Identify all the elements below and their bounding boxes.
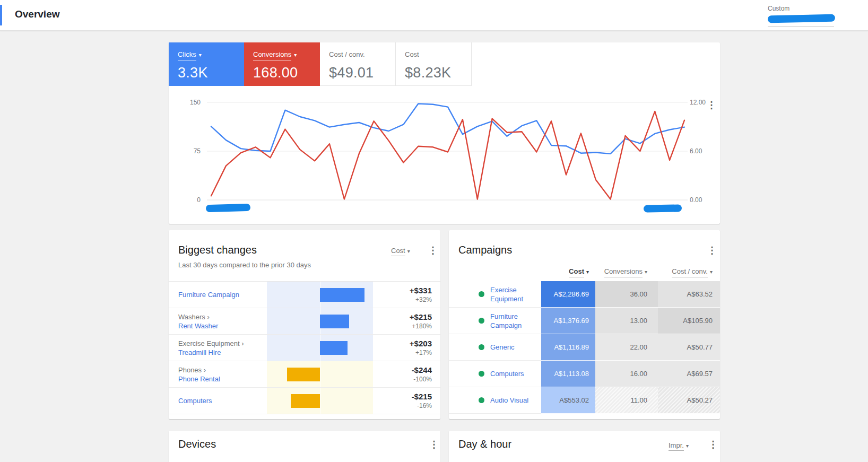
metric-selector[interactable]: Impr.▾ bbox=[669, 441, 689, 449]
change-amount: +$331 bbox=[410, 285, 432, 295]
status-enabled-icon bbox=[479, 344, 484, 350]
scorecard-label: Clicks bbox=[178, 50, 196, 60]
cost-cell: A$1,116.89 bbox=[541, 334, 595, 361]
change-entity: Computers bbox=[169, 388, 266, 414]
entity-link[interactable]: Rent Washer bbox=[178, 321, 266, 330]
scorecard-cost-per-conv[interactable]: Cost / conv. $49.01 bbox=[320, 42, 396, 86]
dropdown-arrow-icon: ▾ bbox=[294, 52, 297, 58]
change-percent: +17% bbox=[415, 348, 432, 357]
scorecard-value: $49.01 bbox=[329, 65, 374, 81]
day-hour-card: Day & hour Impr.▾ ⋮ bbox=[449, 431, 720, 462]
table-row: Phones › Phone Rental -$244 -100% bbox=[169, 361, 440, 388]
devices-card: Devices ⋮ bbox=[169, 431, 440, 462]
biggest-changes-table: Furniture Campaign +$331 +32% Washers › … bbox=[169, 281, 440, 414]
card-title: Day & hour bbox=[458, 438, 511, 450]
change-bar-cell bbox=[266, 308, 374, 334]
table-row: Furniture Campaign +$331 +32% bbox=[169, 282, 440, 308]
campaign-link[interactable]: Computers bbox=[490, 369, 524, 378]
entity-link[interactable]: Furniture Campaign bbox=[178, 290, 266, 299]
overflow-menu-icon[interactable]: ⋮ bbox=[707, 246, 717, 255]
column-header-conversions[interactable]: Conversions▾ bbox=[595, 267, 658, 275]
scorecard-cost[interactable]: Cost $8.23K bbox=[396, 42, 472, 86]
nav-accent-strip bbox=[0, 5, 2, 25]
redacted-end-date-scribble bbox=[644, 204, 682, 212]
overview-page: Overview Custom Clicks▾ 3.3K Conversions… bbox=[0, 0, 868, 462]
cost-per-conv-cell: A$50.77 bbox=[658, 334, 720, 361]
redacted-start-date-scribble bbox=[206, 204, 250, 212]
performance-chart-card: Clicks▾ 3.3K Conversions▾ 168.00 Cost / … bbox=[169, 42, 720, 224]
change-values: +$203 +17% bbox=[374, 335, 440, 361]
dropdown-arrow-icon: ▾ bbox=[645, 269, 647, 275]
table-row: Exercise Equipment A$2,286.69 36.00 A$63… bbox=[449, 281, 720, 308]
entity-link[interactable]: Computers bbox=[178, 396, 266, 405]
table-row: Generic A$1,116.89 22.00 A$50.77 bbox=[449, 334, 720, 361]
status-enabled-icon bbox=[479, 371, 484, 377]
change-bar-cell bbox=[266, 388, 374, 414]
left-axis-tick: 150 bbox=[176, 98, 201, 107]
campaign-link[interactable]: Audio Visual bbox=[490, 396, 528, 405]
campaigns-table-header: Cost▾ Conversions▾ Cost / conv.▾ bbox=[449, 267, 720, 275]
scorecard-label: Conversions bbox=[253, 50, 291, 60]
scorecard-value: $8.23K bbox=[405, 65, 451, 81]
scorecard-value: 3.3K bbox=[178, 65, 208, 81]
campaigns-card: Campaigns ⋮ Cost▾ Conversions▾ Cost / co… bbox=[449, 230, 720, 419]
change-bar bbox=[320, 341, 348, 355]
entity-parent-label: Phones › bbox=[178, 365, 266, 374]
metric-selector[interactable]: Cost▾ bbox=[391, 247, 410, 255]
conversions-cell: 22.00 bbox=[595, 334, 658, 361]
date-range-mode-label: Custom bbox=[768, 3, 834, 12]
card-subtitle: Last 30 days compared to the prior 30 da… bbox=[178, 261, 311, 269]
performance-line-chart bbox=[207, 98, 711, 207]
change-values: -$244 -100% bbox=[374, 361, 440, 387]
change-entity: Phones › Phone Rental bbox=[169, 361, 266, 387]
cost-per-conv-cell: A$69.57 bbox=[658, 361, 720, 387]
status-enabled-icon bbox=[479, 397, 484, 403]
table-row: Computers A$1,113.08 16.00 A$69.57 bbox=[449, 361, 720, 387]
dropdown-arrow-icon: ▾ bbox=[407, 248, 410, 254]
change-amount: -$215 bbox=[412, 391, 432, 402]
conversions-cell: 13.00 bbox=[595, 308, 658, 334]
table-row: Exercise Equipment › Treadmill Hire +$20… bbox=[169, 335, 440, 361]
cost-cell: A$1,113.08 bbox=[541, 361, 595, 387]
change-amount: +$203 bbox=[410, 338, 432, 348]
dropdown-arrow-icon: ▾ bbox=[710, 269, 713, 275]
entity-parent-label: Washers › bbox=[178, 312, 266, 321]
change-bar bbox=[291, 394, 320, 408]
biggest-changes-card: Biggest changes Last 30 days compared to… bbox=[169, 230, 440, 419]
change-bar bbox=[320, 315, 349, 328]
cost-per-conv-cell: A$105.90 bbox=[658, 308, 720, 334]
conversions-cell: 11.00 bbox=[595, 387, 658, 414]
scorecard-value: 168.00 bbox=[253, 65, 298, 81]
entity-link[interactable]: Treadmill Hire bbox=[178, 348, 266, 357]
date-range-picker[interactable]: Custom bbox=[768, 3, 834, 27]
scorecard-label: Cost / conv. bbox=[329, 50, 365, 58]
status-enabled-icon bbox=[479, 291, 484, 297]
change-percent: +32% bbox=[415, 295, 432, 304]
change-bar-cell bbox=[266, 361, 374, 387]
scorecard-conversions[interactable]: Conversions▾ 168.00 bbox=[244, 42, 320, 86]
change-values: +$331 +32% bbox=[374, 282, 440, 308]
campaign-link[interactable]: Furniture Campaign bbox=[490, 312, 537, 330]
overflow-menu-icon[interactable]: ⋮ bbox=[429, 440, 439, 449]
change-entity: Furniture Campaign bbox=[169, 282, 266, 308]
entity-link[interactable]: Phone Rental bbox=[178, 374, 266, 383]
campaign-link[interactable]: Exercise Equipment bbox=[490, 285, 537, 303]
change-values: -$215 -16% bbox=[374, 388, 440, 414]
campaign-link[interactable]: Generic bbox=[490, 343, 515, 352]
column-header-cost-per-conv[interactable]: Cost / conv.▾ bbox=[658, 267, 720, 275]
scorecard-clicks[interactable]: Clicks▾ 3.3K bbox=[169, 42, 244, 86]
change-amount: -$244 bbox=[412, 365, 432, 375]
column-header-cost[interactable]: Cost▾ bbox=[541, 267, 595, 275]
redacted-date-scribble bbox=[768, 14, 835, 23]
change-entity: Exercise Equipment › Treadmill Hire bbox=[169, 335, 266, 361]
change-bar-cell bbox=[266, 335, 374, 361]
cost-cell: A$553.02 bbox=[541, 387, 595, 414]
change-amount: +$215 bbox=[410, 312, 432, 322]
overflow-menu-icon[interactable]: ⋮ bbox=[708, 440, 718, 449]
table-row: Washers › Rent Washer +$215 +180% bbox=[169, 308, 440, 335]
overflow-menu-icon[interactable]: ⋮ bbox=[428, 246, 438, 255]
status-enabled-icon bbox=[479, 318, 484, 324]
campaigns-table: Exercise Equipment A$2,286.69 36.00 A$63… bbox=[449, 281, 720, 414]
change-values: +$215 +180% bbox=[374, 308, 440, 334]
dropdown-arrow-icon: ▾ bbox=[686, 443, 689, 449]
